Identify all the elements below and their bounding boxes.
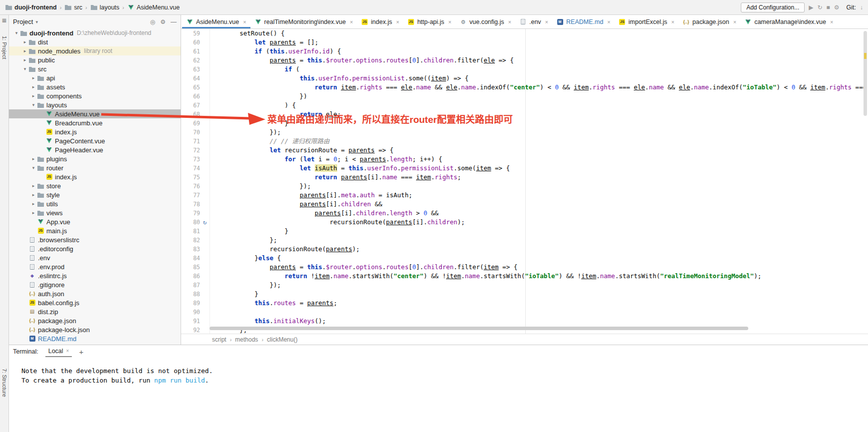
tree-item-dist.zip[interactable]: ▤dist.zip [9, 307, 181, 316]
close-icon[interactable]: × [545, 19, 548, 25]
code-line-62[interactable]: 62 parents = this.$router.options.routes… [181, 56, 868, 65]
update-icon[interactable]: ↻ [817, 4, 822, 11]
horizontal-scrollbar[interactable] [210, 327, 748, 330]
tree-item-.env.prod[interactable]: .env.prod [9, 262, 181, 271]
breadcrumb-item[interactable]: layouts [90, 4, 120, 11]
chevron-collapsed-icon[interactable]: ▸ [30, 156, 37, 161]
code-line-77[interactable]: 77 parents[i].meta.auth = isAuth; [181, 191, 868, 200]
chevron-collapsed-icon[interactable]: ▸ [21, 39, 28, 44]
code-line-70[interactable]: 70 }); [181, 128, 868, 137]
code-line-59[interactable]: 59 setRoute() { [181, 29, 868, 38]
tab-README.md[interactable]: MREADME.md× [552, 15, 615, 28]
tab-AsideMenu.vue[interactable]: AsideMenu.vue× [182, 15, 250, 28]
code-line-87[interactable]: 87 }); [181, 281, 868, 290]
code-line-63[interactable]: 63 if ( [181, 65, 868, 74]
close-icon[interactable]: × [66, 348, 69, 354]
stop-icon[interactable]: ■ [827, 4, 830, 11]
code-line-74[interactable]: 74 let isAuth = this.userInfo.permission… [181, 164, 868, 173]
code-line-81[interactable]: 81 } [181, 227, 868, 236]
run-icon[interactable]: ▶ [809, 4, 813, 11]
code-line-60[interactable]: 60 let parents = []; [181, 38, 868, 47]
inspection-marker[interactable] [864, 53, 867, 59]
close-icon[interactable]: × [243, 19, 246, 25]
code-line-66[interactable]: 66 }) [181, 92, 868, 101]
tab-index.js[interactable]: JSindex.js× [357, 15, 404, 28]
editor-breadcrumb-item[interactable]: methods [235, 336, 258, 343]
tree-item-main.js[interactable]: JSmain.js [9, 226, 181, 235]
tab-cameraManage\index.vue[interactable]: cameraManage\index.vue× [740, 15, 837, 28]
tree-item-duoji-frontend[interactable]: ▾duoji-frontendD:\zheheWeb\duoji-fronten… [9, 28, 181, 37]
tool-windows-icon[interactable]: ▦ [2, 17, 6, 23]
tree-item-README.md[interactable]: MREADME.md [9, 334, 181, 343]
chevron-collapsed-icon[interactable]: ▸ [30, 183, 37, 188]
tree-item-components[interactable]: ▸components [9, 91, 181, 100]
code-line-73[interactable]: 73 for (let i = 0; i < parents.length; i… [181, 155, 868, 164]
tree-item-style[interactable]: ▸style [9, 190, 181, 199]
tree-item-src[interactable]: ▾src [9, 64, 181, 73]
close-icon[interactable]: × [350, 19, 353, 25]
tree-item-App.vue[interactable]: App.vue [9, 217, 181, 226]
tree-item-.env[interactable]: .env [9, 253, 181, 262]
close-icon[interactable]: × [508, 19, 511, 25]
code-line-78[interactable]: 78 parents[i].children && [181, 200, 868, 209]
tree-item-router[interactable]: ▾router [9, 163, 181, 172]
code-line-83[interactable]: 83 recursionRoute(parents); [181, 245, 868, 254]
chevron-expanded-icon[interactable]: ▾ [30, 165, 37, 170]
code-line-75[interactable]: 75 return parents[i].name === item.right… [181, 173, 868, 182]
code-line-89[interactable]: 89 this.routes = parents; [181, 299, 868, 308]
project-panel-title[interactable]: Project [13, 18, 33, 25]
code-line-80[interactable]: 80↻ recursionRoute(parents[i].children); [181, 218, 868, 227]
tree-item-views[interactable]: ▸views [9, 208, 181, 217]
chevron-expanded-icon[interactable]: ▾ [21, 66, 28, 71]
code-line-82[interactable]: 82 }; [181, 236, 868, 245]
code-line-79[interactable]: 79 parents[i].children.length > 0 && [181, 209, 868, 218]
code-line-85[interactable]: 85 parents = this.$router.options.routes… [181, 263, 868, 272]
settings-icon[interactable]: ⚙ [160, 18, 166, 25]
editor-breadcrumb-item[interactable]: script [212, 336, 226, 343]
code-line-65[interactable]: 65 return item.rights === ele.name && el… [181, 83, 868, 92]
code-line-90[interactable]: 90 [181, 308, 868, 317]
tree-item-PageHeader.vue[interactable]: PageHeader.vue [9, 145, 181, 154]
tab-realTimeMonitoring\index.vue[interactable]: realTimeMonitoring\index.vue× [250, 15, 357, 28]
close-icon[interactable]: × [830, 19, 833, 25]
tree-item-index.js[interactable]: JSindex.js [9, 172, 181, 181]
tree-item-PageContent.vue[interactable]: PageContent.vue [9, 136, 181, 145]
tree-item-.editorconfig[interactable]: .editorconfig [9, 244, 181, 253]
chevron-collapsed-icon[interactable]: ▸ [30, 93, 37, 98]
code-line-86[interactable]: 86 return !item.name.startsWith("center"… [181, 272, 868, 281]
tree-item-store[interactable]: ▸store [9, 181, 181, 190]
code-line-76[interactable]: 76 }); [181, 182, 868, 191]
tree-item-babel.config.js[interactable]: JSbabel.config.js [9, 298, 181, 307]
tree-item-package-lock.json[interactable]: {..}package-lock.json [9, 325, 181, 334]
tree-item-layouts[interactable]: ▾layouts [9, 100, 181, 109]
breadcrumb-item[interactable]: duoji-frontend [5, 4, 57, 11]
chevron-collapsed-icon[interactable]: ▸ [21, 48, 28, 53]
chevron-expanded-icon[interactable]: ▾ [30, 102, 37, 107]
tree-item-.browserslistrc[interactable]: .browserslistrc [9, 235, 181, 244]
hide-panel-icon[interactable]: — [171, 18, 177, 25]
code-line-88[interactable]: 88 } [181, 290, 868, 299]
close-icon[interactable]: × [607, 19, 610, 25]
vcs-update-icon[interactable]: ↓ [860, 4, 863, 11]
add-configuration-button[interactable]: Add Configuration... [741, 2, 805, 12]
code-line-61[interactable]: 61 if (this.userInfo.id) { [181, 47, 868, 56]
tree-item-AsideMenu.vue[interactable]: AsideMenu.vue [9, 109, 181, 118]
vertical-scrollbar[interactable] [864, 31, 867, 116]
chevron-down-icon[interactable]: ▾ [35, 19, 38, 24]
tree-item-index.js[interactable]: JSindex.js [9, 127, 181, 136]
tree-item-Breadcrumb.vue[interactable]: Breadcrumb.vue [9, 118, 181, 127]
tree-item-assets[interactable]: ▸assets [9, 82, 181, 91]
locate-file-icon[interactable]: ◎ [150, 18, 155, 25]
tree-item-api[interactable]: ▸api [9, 73, 181, 82]
chevron-collapsed-icon[interactable]: ▸ [30, 210, 37, 215]
chevron-collapsed-icon[interactable]: ▸ [21, 57, 28, 62]
code-line-67[interactable]: 67 ) { [181, 101, 868, 110]
tab-http-api.js[interactable]: JShttp-api.js× [403, 15, 455, 28]
tab-package.json[interactable]: {..}package.json× [678, 15, 740, 28]
chevron-collapsed-icon[interactable]: ▸ [30, 75, 37, 80]
code-line-64[interactable]: 64 this.userInfo.permissionList.some((it… [181, 74, 868, 83]
breadcrumb-item[interactable]: src [64, 4, 82, 11]
tree-item-public[interactable]: ▸public [9, 55, 181, 64]
chevron-expanded-icon[interactable]: ▾ [13, 30, 20, 35]
close-icon[interactable]: × [671, 19, 674, 25]
